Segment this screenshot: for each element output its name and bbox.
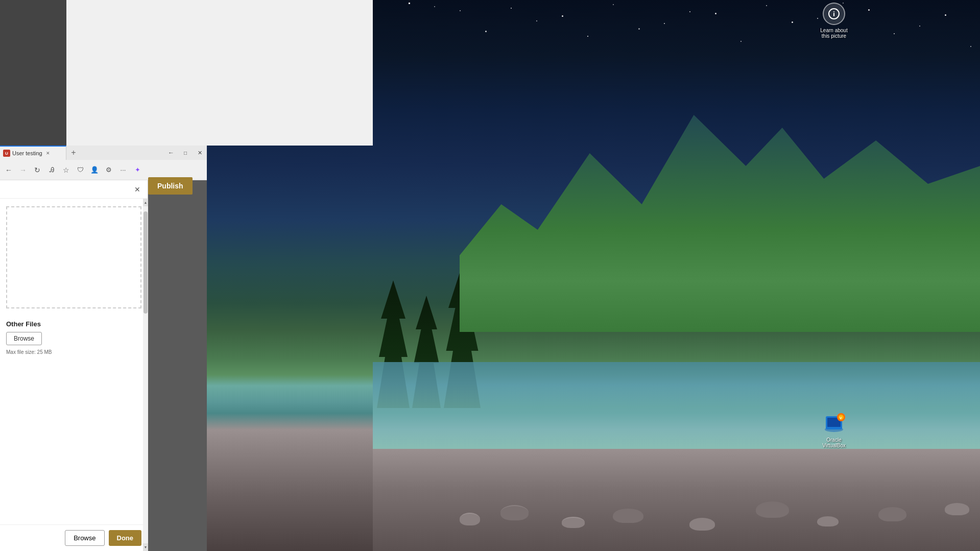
close-window-button[interactable]: ✕	[193, 146, 207, 160]
star	[894, 33, 895, 34]
tab-title: User testing	[12, 150, 42, 156]
other-files-label: Other Files	[0, 316, 148, 330]
read-aloud-button[interactable]: Ꭿ	[45, 163, 58, 177]
tab-favicon: U	[3, 150, 10, 157]
refresh-button[interactable]: ↻	[31, 163, 44, 177]
star	[460, 10, 461, 11]
modal-scrollbar[interactable]: ▲ ▼	[143, 199, 148, 551]
star	[970, 46, 971, 47]
rock	[562, 517, 585, 528]
footer-done-button[interactable]: Done	[109, 530, 142, 546]
maximize-button[interactable]: □	[178, 146, 193, 160]
scroll-arrow-up[interactable]: ▲	[143, 199, 148, 206]
mountain-range	[460, 77, 980, 332]
rock	[945, 503, 969, 515]
modal-body: Other Files Browse Max file size: 25 MB	[0, 199, 148, 524]
tab-close-button[interactable]: ✕	[44, 150, 52, 157]
browser-tab-active[interactable]: U User testing ✕	[0, 146, 66, 160]
browser-tab-bar: U User testing ✕ + ← □ ✕	[0, 146, 207, 160]
other-files-browse-button[interactable]: Browse	[6, 332, 42, 345]
star	[919, 26, 920, 27]
file-upload-zone[interactable]	[6, 206, 141, 308]
star	[715, 13, 716, 14]
forward-button[interactable]: →	[16, 163, 30, 177]
modal-close-button[interactable]: ✕	[131, 183, 144, 196]
star	[868, 9, 870, 11]
rock	[460, 513, 480, 525]
star	[613, 4, 614, 5]
rocks	[373, 449, 980, 551]
scroll-track	[143, 206, 148, 543]
star	[766, 5, 767, 6]
browser-top-area	[0, 0, 373, 146]
star	[945, 14, 946, 16]
star	[562, 15, 563, 17]
learn-about-picture-label: Learn about this picture	[819, 27, 849, 39]
star	[409, 3, 410, 4]
modal-footer: Browse Done	[0, 524, 148, 551]
learn-icon-circle	[823, 3, 845, 25]
oracle-virtualbox-label: Oracle VirtualBox	[821, 437, 847, 449]
settings-button[interactable]: ⚙	[102, 163, 115, 177]
star	[536, 20, 537, 21]
extensions-button[interactable]: 🛡	[74, 163, 87, 177]
footer-browse-button[interactable]: Browse	[65, 530, 104, 546]
rock	[689, 518, 715, 531]
rock	[613, 509, 643, 523]
star	[511, 8, 512, 9]
scroll-thumb[interactable]	[144, 211, 148, 314]
browser-page-partial	[66, 0, 373, 146]
star	[740, 41, 742, 42]
more-options-button[interactable]: ···	[116, 163, 130, 177]
svg-text:V: V	[840, 416, 842, 420]
rock	[756, 501, 789, 518]
copilot-button[interactable]: ✦	[131, 163, 144, 177]
file-upload-modal: ✕ Other Files Browse Max file size: 25 M…	[0, 180, 148, 551]
star	[587, 36, 588, 37]
learn-about-picture-icon[interactable]: Learn about this picture	[814, 3, 854, 39]
browser-sidebar-partial	[0, 0, 66, 146]
scroll-arrow-down[interactable]: ▼	[143, 543, 148, 551]
oracle-virtualbox-icon[interactable]: V Oracle VirtualBox	[814, 410, 854, 449]
window-controls: ← □ ✕	[164, 146, 207, 160]
minimize-button[interactable]: ←	[164, 146, 178, 160]
star	[664, 23, 665, 24]
modal-header: ✕	[0, 180, 148, 199]
rock	[878, 507, 906, 521]
new-tab-button[interactable]: +	[66, 146, 81, 160]
star	[434, 6, 435, 7]
star	[792, 21, 793, 23]
rock	[500, 505, 529, 520]
star	[638, 28, 640, 30]
star	[689, 11, 690, 12]
favorite-button[interactable]: ☆	[59, 163, 73, 177]
profile-button[interactable]: 👤	[88, 163, 101, 177]
file-size-info: Max file size: 25 MB	[0, 347, 148, 357]
star	[485, 31, 487, 32]
rock	[817, 516, 839, 526]
publish-button[interactable]: Publish	[148, 177, 193, 195]
back-button[interactable]: ←	[2, 163, 15, 177]
virtualbox-icon-img: V	[822, 410, 846, 435]
